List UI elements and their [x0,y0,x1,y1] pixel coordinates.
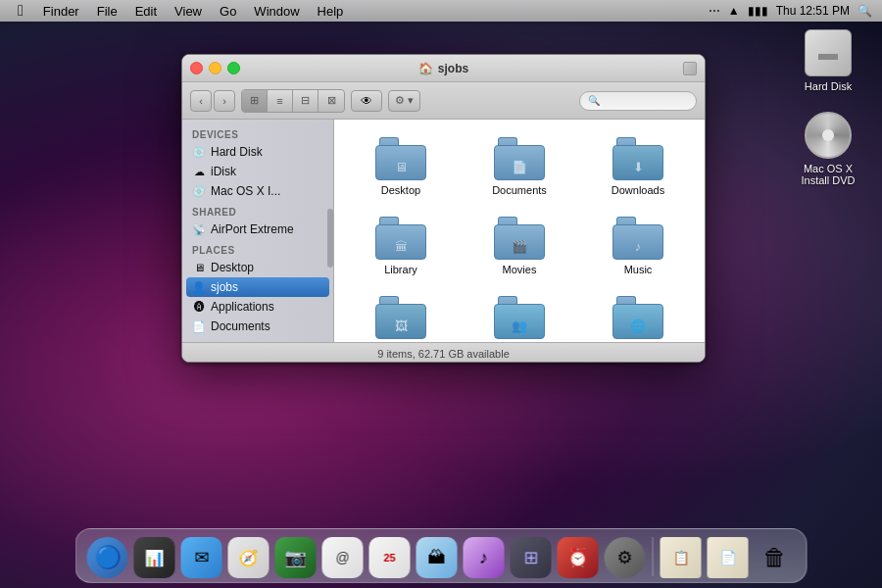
dock-item-iphoto[interactable]: 🏔 [416,535,459,578]
menubar-right: ⋅⋅⋅ ▲ ▮▮▮ Thu 12:51 PM 🔍 [709,4,882,18]
time-machine-dock-icon: ⏰ [558,537,599,578]
desktop-icon-area: Hard Disk Mac OS X Install DVD [794,29,862,186]
quick-look-button[interactable]: 👁 [351,90,382,112]
menubar-finder[interactable]: Finder [35,2,87,21]
airport-sidebar-icon: 📡 [192,222,206,236]
apple-menu[interactable]:  [8,2,33,20]
menubar-view[interactable]: View [167,2,210,21]
file-item-music[interactable]: ♪ Music [581,209,695,283]
sidebar-item-desktop[interactable]: 🖥 Desktop [182,258,333,277]
sidebar-desktop-label: Desktop [211,261,254,274]
dock-separator [653,537,654,576]
sidebar-item-mac-os-x[interactable]: 💿 Mac OS X I... [182,181,333,201]
sidebar-item-documents[interactable]: 📄 Documents [182,317,333,336]
view-icon-button[interactable]: ⊞ [242,90,268,112]
desktop-folder-icon: 🖥 [375,137,426,180]
file-item-desktop[interactable]: 🖥 Desktop [344,129,458,204]
wifi-icon: ▲ [728,4,740,18]
file-item-public[interactable]: 👥 Public [463,288,576,342]
minimize-button[interactable] [209,62,221,74]
dock-item-activity-monitor[interactable]: 📊 [133,535,176,578]
music-file-label: Music [624,264,653,275]
sidebar-item-sjobs[interactable]: 👤 sjobs [186,277,329,297]
file-item-downloads[interactable]: ⬇ Downloads [581,129,695,204]
sidebar-applications-label: Applications [211,300,274,314]
dvd-icon [805,112,852,159]
itunes-dock-icon: ♪ [464,537,505,578]
sidebar-section-search: SEARCH FOR [182,336,333,342]
trash-dock-icon: 🗑 [755,537,796,578]
sidebar-documents-label: Documents [211,319,270,333]
sidebar: DEVICES 💿 Hard Disk ☁ iDisk 💿 Mac OS X I… [182,120,334,342]
dock-item-preview[interactable]: 📋 [660,535,703,578]
downloads-folder-icon: ⬇ [612,137,663,180]
maximize-button[interactable] [227,62,240,74]
view-list-button[interactable]: ≡ [268,90,293,112]
sys-prefs-dock-icon: ⚙ [605,537,646,578]
dock-item-spaces[interactable]: ⊞ [510,535,553,578]
dvd-label: Mac OS X Install DVD [794,163,862,186]
sidebar-item-airport[interactable]: 📡 AirPort Extreme [182,220,333,239]
forward-button[interactable]: › [214,90,235,112]
desktop-icon-hard-disk[interactable]: Hard Disk [794,29,862,92]
action-button[interactable]: ⚙ ▾ [388,90,420,112]
sidebar-section-shared: SHARED [182,201,333,220]
dock-item-safari[interactable]: 🧭 [227,535,270,578]
sidebar-item-idisk[interactable]: ☁ iDisk [182,162,333,181]
bluetooth-icon: ⋅⋅⋅ [709,4,720,18]
public-folder-icon: 👥 [494,296,545,339]
file-item-sites[interactable]: 🌐 Sites [581,288,695,342]
menubar-edit[interactable]: Edit [127,2,165,21]
file-grid: 🖥 Desktop 📄 Documents ⬇ [334,120,705,342]
dock-item-ical[interactable]: 25 [368,535,412,578]
menubar-window[interactable]: Window [246,2,307,21]
preview-pdf-dock-icon: 📄 [708,537,749,578]
resize-button[interactable] [683,62,697,75]
pictures-folder-icon: 🖼 [375,296,426,339]
dock-item-sys-prefs[interactable]: ⚙ [604,535,647,578]
file-item-pictures[interactable]: 🖼 Pictures [344,288,458,342]
dock-item-address-book[interactable]: @ [321,535,365,578]
nav-buttons: ‹ › [190,90,235,112]
title-bar: 🏠 sjobs [182,55,705,82]
sidebar-airport-label: AirPort Extreme [211,222,294,236]
file-item-movies[interactable]: 🎬 Movies [463,209,576,283]
toolbar: ‹ › ⊞ ≡ ⊟ ⊠ 👁 ⚙ ▾ 🔍 [182,82,705,120]
menubar-go[interactable]: Go [212,2,244,21]
movies-file-label: Movies [503,264,537,275]
library-folder-icon: 🏛 [375,217,426,260]
dock-item-time-machine[interactable]: ⏰ [557,535,600,578]
sidebar-item-hard-disk[interactable]: 💿 Hard Disk [182,142,333,162]
desktop-sidebar-icon: 🖥 [192,261,206,274]
view-coverflow-button[interactable]: ⊠ [318,90,344,112]
dock-item-trash[interactable]: 🗑 [754,535,797,578]
spotlight-icon[interactable]: 🔍 [858,4,872,18]
sidebar-sjobs-label: sjobs [211,280,238,294]
file-item-documents[interactable]: 📄 Documents [463,129,576,204]
idisk-sidebar-icon: ☁ [192,165,206,178]
sidebar-item-applications[interactable]: 🅐 Applications [182,297,333,317]
window-title: 🏠 sjobs [418,62,468,75]
desktop-icon-dvd[interactable]: Mac OS X Install DVD [794,112,862,186]
dock-item-finder[interactable]: 🔵 [86,535,129,578]
dock-item-itunes[interactable]: ♪ [463,535,506,578]
search-box[interactable]: 🔍 [579,91,697,111]
dock-item-facetime[interactable]: 📷 [274,535,318,578]
sidebar-idisk-label: iDisk [211,165,236,178]
movies-folder-icon: 🎬 [494,217,545,260]
ical-dock-icon: 25 [369,537,411,578]
finder-dock-icon: 🔵 [87,537,128,578]
dock-item-mail[interactable]: ✉ [180,535,223,578]
view-column-button[interactable]: ⊟ [293,90,318,112]
menubar-help[interactable]: Help [310,2,352,21]
file-item-library[interactable]: 🏛 Library [344,209,458,283]
hard-disk-sidebar-icon: 💿 [192,145,206,159]
sidebar-scrollbar[interactable] [327,209,333,268]
menubar-file[interactable]: File [89,2,125,21]
documents-folder-icon: 📄 [494,137,545,180]
activity-monitor-dock-icon: 📊 [134,537,175,578]
dock-item-preview-pdf[interactable]: 📄 [707,535,750,578]
facetime-dock-icon: 📷 [275,537,317,578]
back-button[interactable]: ‹ [190,90,212,112]
close-button[interactable] [190,62,203,74]
